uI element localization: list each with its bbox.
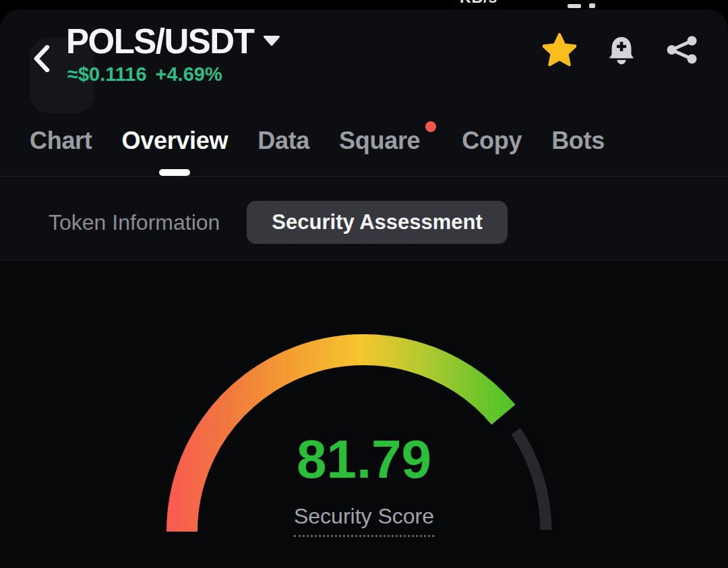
pair-title: POLS/USDT	[66, 20, 253, 63]
favorite-button[interactable]	[543, 33, 576, 69]
change-percent: +4.69%	[156, 63, 222, 86]
main-tab-bar: Chart Overview Data Square Copy Bots	[0, 107, 728, 177]
tab-data[interactable]: Data	[257, 126, 309, 156]
share-icon	[667, 35, 698, 67]
app-screen: KB/s POLS/USDT ≈$0.1116 +4.69%	[0, 0, 728, 568]
net-speed-text: KB/s	[460, 0, 497, 7]
overview-subtabs: Token Information Security Assessment	[49, 201, 728, 244]
tab-bots[interactable]: Bots	[551, 126, 605, 156]
security-score-value: 81.79	[0, 431, 728, 488]
bell-plus-icon	[607, 34, 636, 68]
tab-copy[interactable]: Copy	[462, 126, 522, 156]
share-button[interactable]	[667, 35, 698, 67]
star-icon	[543, 33, 576, 69]
price-alert-button[interactable]	[607, 34, 636, 68]
security-assessment-panel: 81.79 Security Score	[0, 260, 728, 568]
status-icon-fragment	[568, 4, 581, 8]
approx-price: ≈$0.1116	[67, 63, 147, 86]
app-surface: POLS/USDT ≈$0.1116 +4.69%	[0, 9, 728, 568]
security-score-label[interactable]: Security Score	[294, 503, 434, 537]
tab-chart[interactable]: Chart	[30, 126, 92, 156]
caret-down-icon	[264, 36, 280, 49]
status-icon-fragment	[589, 3, 595, 8]
tab-square[interactable]: Square	[339, 126, 420, 156]
header-actions	[543, 34, 698, 69]
status-bar: KB/s	[0, 0, 728, 9]
notification-dot	[425, 121, 436, 132]
subtab-security-assessment[interactable]: Security Assessment	[247, 201, 507, 244]
subtab-token-information[interactable]: Token Information	[49, 210, 220, 235]
back-chevron-icon	[32, 45, 51, 75]
pair-selector[interactable]: POLS/USDT	[66, 20, 280, 63]
tab-overview[interactable]: Overview	[122, 126, 229, 156]
security-score-label-wrap: Security Score	[0, 503, 728, 537]
back-button[interactable]	[24, 39, 59, 81]
price-row: ≈$0.1116 +4.69%	[67, 63, 222, 86]
